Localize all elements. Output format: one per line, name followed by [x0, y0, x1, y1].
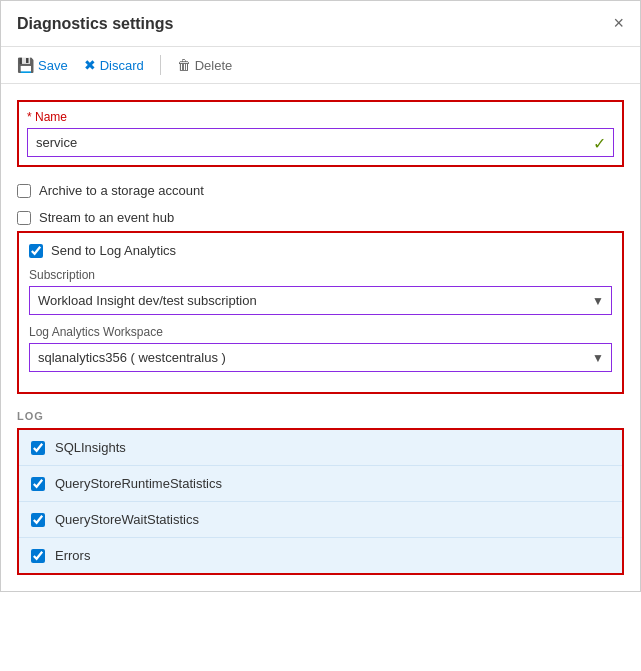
- log-table: SQLInsights QueryStoreRuntimeStatistics …: [17, 428, 624, 575]
- send-log-checkbox[interactable]: [29, 244, 43, 258]
- send-to-log-row: Send to Log Analytics: [29, 243, 612, 258]
- name-input-wrapper: ✓: [27, 128, 614, 157]
- name-input[interactable]: [27, 128, 614, 157]
- subscription-select-wrapper: Workload Insight dev/test subscription ▼: [29, 286, 612, 315]
- table-row: QueryStoreWaitStatistics: [19, 502, 622, 538]
- log-checkbox-querystorewait[interactable]: [31, 513, 45, 527]
- save-button[interactable]: 💾 Save: [17, 57, 68, 73]
- log-checkbox-errors[interactable]: [31, 549, 45, 563]
- log-checkbox-querystoreruntime[interactable]: [31, 477, 45, 491]
- discard-button[interactable]: ✖ Discard: [84, 57, 144, 73]
- table-row: Errors: [19, 538, 622, 573]
- archive-checkbox-row: Archive to a storage account: [17, 177, 624, 204]
- log-label-querystorewait[interactable]: QueryStoreWaitStatistics: [55, 512, 199, 527]
- subscription-select[interactable]: Workload Insight dev/test subscription: [29, 286, 612, 315]
- dialog-title: Diagnostics settings: [17, 15, 173, 33]
- subscription-label: Subscription: [29, 268, 612, 282]
- log-section: LOG SQLInsights QueryStoreRuntimeStatist…: [17, 410, 624, 575]
- save-icon: 💾: [17, 57, 34, 73]
- delete-button[interactable]: 🗑 Delete: [177, 57, 233, 73]
- dialog-header: Diagnostics settings ×: [1, 1, 640, 47]
- table-row: SQLInsights: [19, 430, 622, 466]
- archive-label[interactable]: Archive to a storage account: [39, 183, 204, 198]
- discard-icon: ✖: [84, 57, 96, 73]
- log-section-header: LOG: [17, 410, 624, 422]
- stream-checkbox-row: Stream to an event hub: [17, 204, 624, 231]
- stream-checkbox[interactable]: [17, 211, 31, 225]
- close-button[interactable]: ×: [613, 13, 624, 34]
- name-section: * Name ✓: [17, 100, 624, 167]
- name-label: * Name: [27, 110, 614, 124]
- check-icon: ✓: [593, 133, 606, 152]
- toolbar: 💾 Save ✖ Discard 🗑 Delete: [1, 47, 640, 84]
- diagnostics-settings-dialog: Diagnostics settings × 💾 Save ✖ Discard …: [0, 0, 641, 592]
- workspace-select-wrapper: sqlanalytics356 ( westcentralus ) ▼: [29, 343, 612, 372]
- dialog-content: * Name ✓ Archive to a storage account St…: [1, 84, 640, 591]
- archive-checkbox[interactable]: [17, 184, 31, 198]
- log-analytics-section: Send to Log Analytics Subscription Workl…: [17, 231, 624, 394]
- workspace-select[interactable]: sqlanalytics356 ( westcentralus ): [29, 343, 612, 372]
- log-label-errors[interactable]: Errors: [55, 548, 90, 563]
- log-label-querystoreruntime[interactable]: QueryStoreRuntimeStatistics: [55, 476, 222, 491]
- log-checkbox-sqlinsights[interactable]: [31, 441, 45, 455]
- delete-icon: 🗑: [177, 57, 191, 73]
- log-label-sqlinsights[interactable]: SQLInsights: [55, 440, 126, 455]
- table-row: QueryStoreRuntimeStatistics: [19, 466, 622, 502]
- workspace-label: Log Analytics Workspace: [29, 325, 612, 339]
- stream-label[interactable]: Stream to an event hub: [39, 210, 174, 225]
- send-log-label[interactable]: Send to Log Analytics: [51, 243, 176, 258]
- toolbar-separator: [160, 55, 161, 75]
